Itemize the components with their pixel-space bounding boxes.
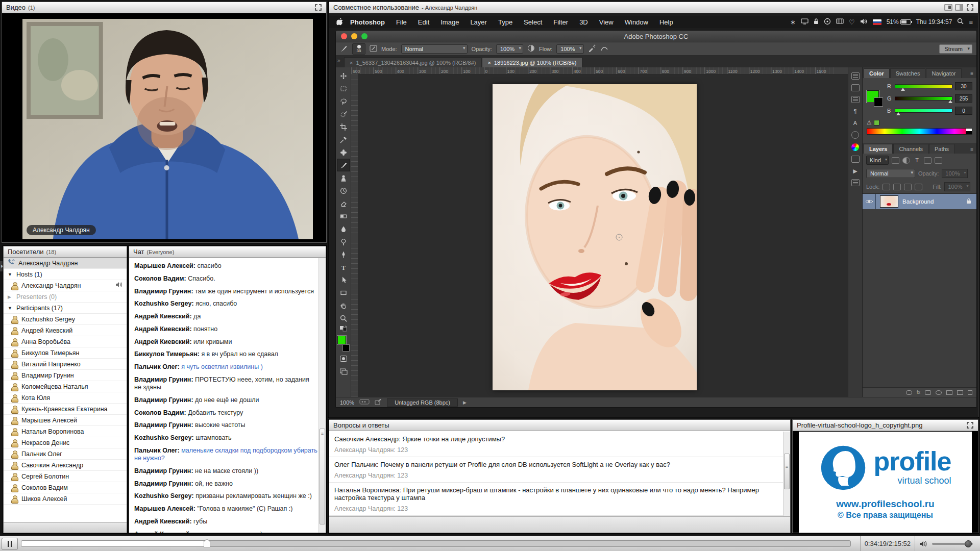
qa-scrollbar-thumb[interactable] bbox=[784, 454, 790, 489]
panel-menu-icon[interactable]: ≡ bbox=[970, 71, 976, 78]
clone-stamp-tool-icon[interactable] bbox=[337, 171, 350, 184]
tab-swatches[interactable]: Swatches bbox=[890, 68, 926, 78]
green-value[interactable]: 255 bbox=[955, 94, 972, 103]
new-layer-icon[interactable] bbox=[957, 390, 963, 395]
brush-panel-toggle-icon[interactable] bbox=[370, 45, 377, 53]
brush-tool-icon[interactable] bbox=[337, 159, 350, 171]
participant-row[interactable]: Сергей Болотин bbox=[4, 471, 127, 482]
filter-type-layers-icon[interactable]: T bbox=[913, 157, 921, 164]
seek-bar[interactable] bbox=[21, 540, 851, 547]
participant-row[interactable]: Биккулов Тимерьян bbox=[4, 347, 127, 359]
path-selection-tool-icon[interactable] bbox=[337, 273, 350, 286]
status-menu-arrow-icon[interactable]: ▶ bbox=[463, 400, 467, 405]
participant-row[interactable]: Соколов Вадим bbox=[4, 482, 127, 493]
participant-row[interactable]: Пальчик Олег bbox=[4, 448, 127, 460]
document-profile[interactable]: Untagged RGB (8bpc) bbox=[387, 398, 458, 407]
menu-item[interactable]: Photoshop bbox=[345, 18, 390, 26]
quick-mask-icon[interactable] bbox=[337, 352, 350, 365]
history-panel-icon[interactable] bbox=[851, 72, 860, 80]
color-spectrum-ramp[interactable] bbox=[867, 128, 972, 135]
menu-item[interactable]: Image bbox=[435, 18, 464, 26]
document-tab-inactive[interactable]: × 1_56337_130426163044.jpg @ 100% (RGB/8… bbox=[344, 57, 481, 67]
seek-handle[interactable] bbox=[204, 539, 210, 547]
participant-row[interactable]: Марышев Алексей bbox=[4, 415, 127, 426]
shape-tool-icon[interactable] bbox=[337, 286, 350, 299]
menu-item[interactable]: View bbox=[594, 18, 619, 26]
flow-dropdown[interactable]: 100% bbox=[556, 44, 583, 54]
properties-panel-icon[interactable] bbox=[851, 84, 860, 91]
move-tool-icon[interactable] bbox=[337, 69, 350, 82]
panel-menu-icon[interactable]: ≡ bbox=[970, 146, 976, 154]
mac-clock[interactable]: Thu 19:34:57 bbox=[916, 18, 952, 26]
gradient-tool-icon[interactable] bbox=[337, 210, 350, 222]
notification-center-icon[interactable]: ≡ bbox=[969, 18, 973, 26]
menu-item[interactable]: Edit bbox=[412, 18, 435, 26]
layer-blend-mode-dropdown[interactable]: Normal bbox=[866, 169, 915, 178]
web-color-cube-icon[interactable] bbox=[874, 120, 879, 126]
participant-row[interactable]: Андрей Киевский bbox=[4, 325, 127, 336]
apple-icon[interactable] bbox=[334, 18, 345, 26]
battery-indicator[interactable]: 51% bbox=[887, 18, 911, 26]
background-color-well[interactable] bbox=[874, 97, 883, 107]
document-canvas[interactable] bbox=[358, 74, 848, 397]
background-color-swatch[interactable] bbox=[342, 344, 350, 352]
menu-item[interactable]: Filter bbox=[548, 18, 574, 26]
participant-row[interactable]: Некрасов Денис bbox=[4, 437, 127, 448]
link-layers-icon[interactable] bbox=[906, 390, 912, 395]
hosts-section-row[interactable]: ▼ Hosts (1) bbox=[4, 269, 127, 280]
lasso-tool-icon[interactable] bbox=[337, 95, 350, 108]
seek-track[interactable] bbox=[21, 540, 851, 547]
volume-control[interactable] bbox=[919, 540, 980, 547]
keychain-icon[interactable] bbox=[814, 18, 819, 26]
pen-tool-icon[interactable] bbox=[337, 248, 350, 261]
airbrush-icon[interactable] bbox=[588, 44, 596, 53]
zoom-percent[interactable]: 100% bbox=[340, 399, 354, 406]
delete-layer-icon[interactable] bbox=[968, 390, 972, 395]
participant-row[interactable]: Шиков Алексей bbox=[4, 493, 127, 505]
volume-icon[interactable] bbox=[919, 540, 928, 547]
close-tab-icon[interactable]: × bbox=[350, 60, 353, 66]
spotlight-icon[interactable] bbox=[957, 18, 964, 26]
adobe-color-themes-icon[interactable] bbox=[851, 143, 859, 151]
layer-visibility-toggle[interactable] bbox=[863, 194, 876, 209]
lock-pixels-icon[interactable] bbox=[893, 184, 901, 190]
red-slider[interactable] bbox=[895, 84, 952, 88]
swap-colors-icon[interactable] bbox=[337, 324, 350, 333]
participants-section-row[interactable]: ▼ Participants (17) bbox=[4, 303, 127, 314]
layer-mask-icon[interactable] bbox=[925, 390, 931, 395]
opacity-dropdown[interactable]: 100% bbox=[496, 44, 523, 54]
history-brush-tool-icon[interactable] bbox=[337, 184, 350, 197]
healing-brush-tool-icon[interactable] bbox=[337, 146, 350, 159]
volume-icon[interactable] bbox=[860, 18, 868, 26]
blur-tool-icon[interactable] bbox=[337, 222, 350, 235]
new-group-icon[interactable] bbox=[946, 390, 952, 395]
lock-transparent-icon[interactable] bbox=[883, 184, 890, 190]
blue-value[interactable]: 0 bbox=[955, 107, 972, 115]
presenters-section-row[interactable]: ▶ Presenters (0) bbox=[4, 291, 127, 303]
zoom-tool-icon[interactable] bbox=[337, 312, 350, 324]
fullscreen-icon[interactable] bbox=[966, 422, 974, 429]
participant-row[interactable]: Kozhushko Sergey bbox=[4, 314, 127, 325]
document-tab-active[interactable]: × 18916223.jpg @ 100% (RGB/8#) bbox=[482, 57, 582, 67]
display-icon[interactable] bbox=[801, 18, 808, 26]
active-speaker-row[interactable]: Александр Чалдрян bbox=[4, 258, 127, 269]
volume-knob[interactable] bbox=[965, 540, 972, 547]
adjustment-layer-icon[interactable] bbox=[936, 390, 942, 395]
brush-size-preview[interactable]: 35 bbox=[352, 43, 365, 55]
brush-tool-preset-icon[interactable] bbox=[340, 44, 348, 54]
participant-row[interactable]: Наталья Воропинова bbox=[4, 426, 127, 437]
menu-item[interactable]: Window bbox=[619, 18, 654, 26]
timemachine-icon[interactable] bbox=[824, 18, 831, 27]
tab-navigator[interactable]: Navigator bbox=[926, 68, 961, 78]
filter-smart-objects-icon[interactable] bbox=[935, 157, 942, 164]
participant-row[interactable]: Коломейцева Наталья bbox=[4, 381, 127, 392]
color-swatches[interactable] bbox=[337, 335, 350, 352]
blend-mode-dropdown[interactable]: Normal bbox=[401, 44, 468, 54]
eyedropper-tool-icon[interactable] bbox=[337, 133, 350, 146]
menu-item[interactable]: Select bbox=[518, 18, 548, 26]
menu-item[interactable]: Type bbox=[493, 18, 518, 26]
input-language-flag-icon[interactable] bbox=[873, 19, 881, 25]
filter-shape-layers-icon[interactable] bbox=[924, 157, 932, 164]
pressure-opacity-icon[interactable] bbox=[527, 44, 535, 53]
dodge-tool-icon[interactable] bbox=[337, 235, 350, 248]
